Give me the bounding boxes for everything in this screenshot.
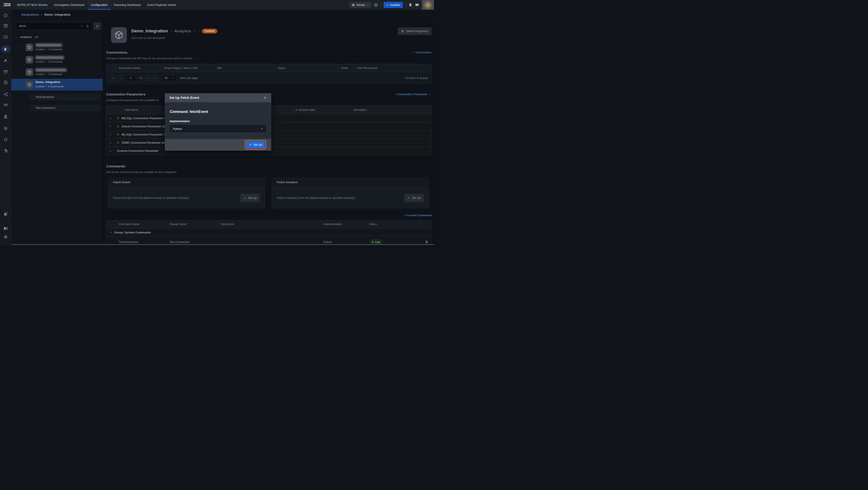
nav-item-event-playbook-viewer[interactable]: Event Playbook Viewer [144,0,179,10]
modal-setup-button[interactable]: Set Up [246,141,265,148]
globe-icon [352,3,355,6]
first-page-icon [111,77,114,79]
tree-item-integration-3[interactable]: Custom•1 Command [11,66,103,78]
first-page-button[interactable] [110,75,116,81]
rail-copy-icon[interactable] [3,212,8,216]
rail-organization-icon[interactable] [3,126,8,131]
column-header-active[interactable]: Active [338,64,354,72]
nav-item-investigation-dashboard[interactable]: Investigation Dashboard [51,0,88,10]
expand-row-icon[interactable] [106,134,114,136]
tree-item-integration-2[interactable]: Custom•0 Command [11,54,103,66]
nav-item-reporting-dashboard[interactable]: Reporting Dashboard [111,0,144,10]
remove-row-icon[interactable] [114,141,122,144]
rail-user-folder-icon[interactable] [3,226,8,231]
release-notes-button[interactable] [408,3,412,7]
rail-network-nodes-icon[interactable] [3,92,8,96]
item-meta-separator: • [46,60,47,63]
delete-button-label: Delete Integration [406,30,428,33]
column-header-status[interactable]: Status [366,220,419,228]
column-header-implementation[interactable]: Implementation [320,220,366,228]
column-header-description[interactable]: Description [218,220,320,228]
item-type: Custom [35,85,44,88]
column-header-display-name[interactable]: Display Name [167,220,218,228]
page-number-input[interactable] [125,75,136,81]
remove-row-icon[interactable] [114,117,122,120]
item-type: Custom [35,48,44,51]
implementation-select[interactable]: Python [170,125,266,133]
search-input[interactable] [16,24,81,28]
column-header-site[interactable]: Site [214,64,275,72]
search-icon[interactable] [86,24,89,28]
integration-cube-icon [26,81,33,88]
rail-home-icon[interactable] [3,13,8,18]
nav-item-configuration[interactable]: Configuration [88,0,111,10]
redacted-integration-name [35,56,64,59]
fetch-event-setup-button[interactable]: Set Up [241,194,260,202]
item-command-count: 0 Command [48,60,62,63]
tree-item-integration-1[interactable]: Custom•1 Command [11,41,103,53]
rail-settings-gear-icon[interactable] [3,235,8,239]
rail-playbook-viewer-icon[interactable] [3,35,8,39]
column-header-empty [114,106,122,114]
rail-utility-tools-icon[interactable] [3,58,8,63]
last-page-button[interactable] [152,75,158,81]
remove-row-icon[interactable] [114,125,122,128]
remove-row-icon[interactable] [114,133,122,136]
implementation-label: Implementation [170,120,266,123]
connections-description: Add your credentials and API keys for th… [106,57,432,60]
item-type: Custom [35,60,44,63]
rail-event-playbook-icon[interactable] [3,24,8,28]
expand-row-icon[interactable] [106,117,114,119]
setup-fetch-event-modal: Set Up Fetch Event Command: fetchEvent I… [165,93,271,151]
column-header-status[interactable]: Status [275,64,338,72]
rail-web-services-icon[interactable] [3,114,8,119]
add-custom-command-link[interactable]: + Custom Command [404,214,432,217]
column-header-tenant[interactable]: Tenant Region / Name / Site [161,64,214,72]
add-integration-button[interactable] [94,22,101,30]
breadcrumb-integrations-link[interactable]: Integrations [22,13,39,16]
item-command-count: 1 Command [48,73,62,76]
expand-row-icon[interactable] [106,142,114,144]
rail-fingerprint-icon[interactable] [3,148,8,153]
rail-integrations-icon[interactable] [3,47,8,51]
tree-subitem-testconnection[interactable]: TestConnection [30,94,101,100]
previous-page-button[interactable] [117,75,123,81]
live-dot-icon [372,241,374,243]
next-page-button[interactable] [145,75,151,81]
nav-item-mitre-attck-monitor[interactable]: MITRE ATT&CK Monitor [14,0,51,10]
delete-integration-button[interactable]: Delete Integration [398,27,432,35]
add-connection-parameter-link[interactable]: + Connection Parameter [395,93,432,96]
rail-data-management-icon[interactable] [3,80,8,85]
clear-search-icon[interactable] [81,25,83,27]
rail-archive-icon[interactable] [3,69,8,74]
column-header-command-name[interactable]: Command Name [116,220,167,228]
column-header-user-permissions[interactable]: User Permissions [354,64,418,72]
expand-row-icon[interactable] [106,125,114,127]
tree-item-demo-integration[interactable]: Demo_Integration Custom•2 Commands [11,79,103,90]
rail-broadcast-icon[interactable] [3,103,8,108]
commands-description: Set up the commands that are available f… [106,171,432,174]
tree-group-analytics[interactable]: Analytics (4) [15,35,103,39]
column-header-connection-name[interactable]: Connection Name [116,64,161,72]
column-header-description[interactable]: Description [350,106,413,114]
command-row-testconnection[interactable]: TestConnection Test Connection Python Li… [106,237,431,245]
column-header-is-sensitive[interactable]: Is sensitive data [293,106,350,114]
user-avatar[interactable] [422,0,434,10]
modal-close-button[interactable] [264,96,267,99]
command-group-row[interactable]: Group: System Commands [106,228,431,237]
expand-row-icon[interactable] [106,150,114,152]
add-incident-button[interactable]: Incident [383,2,403,8]
rail-sync-icon[interactable] [3,137,8,142]
delete-command-trash-icon[interactable] [425,240,428,243]
add-connection-link[interactable]: + Connection [413,51,432,54]
fetch-incident-setup-button[interactable]: Set Up [404,194,424,202]
tree-subitem-test-command-1[interactable]: Test Command 1 [30,105,101,111]
tenant-selector[interactable]: Master [349,2,371,8]
page-size-select[interactable]: 50 [162,75,177,81]
edit-description-placeholder[interactable]: Click here to edit description [131,36,217,39]
info-button[interactable] [374,3,378,7]
chat-button[interactable] [415,3,419,7]
integration-cube-icon [26,44,33,51]
horizontal-scrollbar[interactable] [11,244,434,245]
category-dropdown[interactable]: Analytics [175,29,195,33]
